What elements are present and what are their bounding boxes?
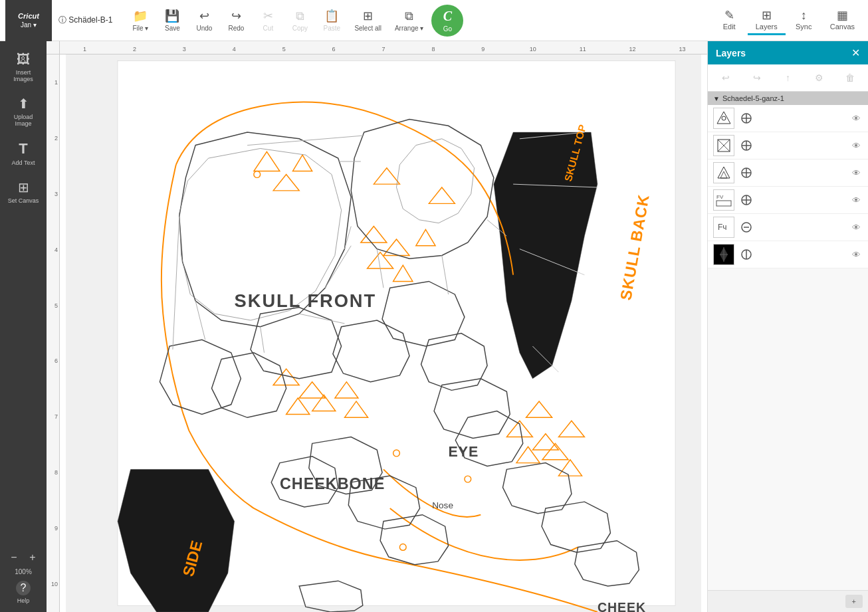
canvas-button[interactable]: ▦ Canvas bbox=[822, 5, 863, 35]
zoom-out-button[interactable]: − bbox=[6, 550, 22, 565]
panel-add-button[interactable]: + bbox=[845, 595, 863, 608]
layer-thumb-4: FV bbox=[713, 189, 734, 211]
redo-button[interactable]: ↪ Redo bbox=[221, 6, 251, 35]
ruler-h-13: 13 bbox=[657, 46, 707, 52]
ruler-h-2: 2 bbox=[110, 46, 160, 52]
ruler-v-6: 6 bbox=[54, 334, 58, 389]
layer-item-5[interactable]: Fч 👁 bbox=[708, 214, 868, 241]
go-icon: C bbox=[443, 9, 452, 24]
copy-button[interactable]: ⧉ Copy bbox=[285, 7, 314, 35]
layer-group-header[interactable]: ▼ Schaedel-5-ganz-1 bbox=[708, 92, 868, 105]
layer-visibility-2[interactable]: 👁 bbox=[849, 139, 863, 152]
cut-button[interactable]: ✂ Cut bbox=[253, 6, 282, 35]
sync-button[interactable]: ↕ Sync bbox=[786, 6, 822, 35]
add-text-label: Add Text bbox=[12, 159, 35, 166]
help-label: Help bbox=[17, 597, 30, 604]
ruler-v-4: 4 bbox=[54, 222, 58, 278]
ruler-v-10: 10 bbox=[51, 556, 58, 612]
group-name: Schaedel-5-ganz-1 bbox=[722, 94, 784, 102]
svg-marker-74 bbox=[717, 112, 730, 124]
help-icon: ? bbox=[16, 581, 31, 595]
layer-item-2[interactable]: 👁 bbox=[708, 132, 868, 159]
svg-text:Nose: Nose bbox=[432, 500, 453, 510]
toolbar-actions: 📁 File ▾ 💾 Save ↩ Undo ↪ Redo ✂ Cut ⧉ Co… bbox=[126, 5, 710, 37]
ruler-h-4: 4 bbox=[209, 46, 259, 52]
sync-icon: ↕ bbox=[801, 9, 807, 23]
ruler-corner bbox=[47, 41, 60, 54]
sidebar-item-insert-images[interactable]: 🖼 Insert Images bbox=[3, 47, 43, 88]
arrange-icon: ⧉ bbox=[405, 9, 413, 23]
layer-item-6[interactable]: 👁 bbox=[708, 241, 868, 268]
user-button[interactable]: Jan ▾ bbox=[21, 21, 37, 29]
sidebar-item-add-text[interactable]: T Add Text bbox=[3, 135, 43, 171]
help-button[interactable]: ? Help bbox=[3, 578, 43, 607]
layer-visibility-3[interactable]: 👁 bbox=[849, 166, 863, 179]
panel-redo-button[interactable]: ↪ bbox=[748, 68, 766, 87]
ruler-h-9: 9 bbox=[458, 46, 508, 52]
toolbar-right: ✎ Edit ⊞ Layers ↕ Sync ▦ Canvas bbox=[711, 5, 863, 35]
save-icon: 💾 bbox=[165, 9, 179, 23]
arrange-button[interactable]: ⧉ Arrange ▾ bbox=[389, 7, 429, 35]
select-all-icon: ⊞ bbox=[363, 9, 373, 23]
svg-text:Fч: Fч bbox=[718, 223, 727, 232]
svg-text:FV: FV bbox=[716, 194, 724, 200]
save-button[interactable]: 💾 Save bbox=[158, 6, 187, 35]
layers-icon: ⊞ bbox=[762, 8, 772, 23]
panel-delete-button[interactable]: 🗑 bbox=[841, 68, 859, 87]
layer-thumb-2 bbox=[713, 135, 734, 156]
layer-type-icon-6 bbox=[738, 247, 754, 262]
layer-visibility-6[interactable]: 👁 bbox=[849, 248, 863, 261]
ruler-h-8: 8 bbox=[408, 46, 458, 52]
layer-type-icon-1 bbox=[738, 110, 754, 126]
brand-area: Cricut Jan ▾ bbox=[5, 0, 52, 41]
svg-rect-91 bbox=[716, 201, 731, 206]
edit-label: Edit bbox=[723, 23, 736, 31]
panel-footer: + bbox=[708, 590, 868, 612]
edit-button[interactable]: ✎ Edit bbox=[711, 5, 748, 35]
svg-point-75 bbox=[722, 116, 726, 120]
undo-button[interactable]: ↩ Undo bbox=[189, 6, 219, 35]
ruler-h-1: 1 bbox=[60, 46, 110, 52]
save-label: Save bbox=[165, 25, 180, 32]
svg-marker-86 bbox=[720, 171, 727, 178]
panel-undo-button[interactable]: ↩ bbox=[716, 68, 735, 87]
ruler-v-9: 9 bbox=[54, 500, 58, 556]
panel-settings-button[interactable]: ⚙ bbox=[810, 68, 828, 87]
sidebar-item-set-canvas[interactable]: ⊞ Set Canvas bbox=[3, 174, 43, 209]
panel-move-up-button[interactable]: ↑ bbox=[778, 68, 797, 87]
layer-visibility-5[interactable]: 👁 bbox=[849, 221, 863, 234]
go-button[interactable]: C Go bbox=[431, 5, 463, 37]
paste-label: Paste bbox=[324, 25, 341, 32]
design-canvas[interactable]: SKULL FRONT SKULL BACK SKULL TOP CHEEKBO… bbox=[60, 54, 707, 612]
layer-item-3[interactable]: 👁 bbox=[708, 159, 868, 187]
panel-close-button[interactable]: ✕ bbox=[851, 47, 860, 59]
svg-text:CHEEKBONE: CHEEKBONE bbox=[280, 475, 385, 492]
layer-thumb-3 bbox=[713, 162, 734, 183]
upload-image-label: Upload Image bbox=[6, 114, 41, 127]
set-canvas-label: Set Canvas bbox=[8, 197, 39, 204]
insert-images-icon: 🖼 bbox=[17, 52, 30, 67]
ruler-v-marks: 1 2 3 4 5 6 7 8 9 10 bbox=[47, 54, 59, 612]
ruler-v-8: 8 bbox=[54, 445, 58, 500]
group-arrow-icon: ▼ bbox=[713, 95, 720, 102]
redo-icon: ↪ bbox=[231, 9, 241, 23]
file-button[interactable]: 📁 File ▾ bbox=[126, 6, 155, 35]
layer-item-1[interactable]: 👁 bbox=[708, 105, 868, 132]
select-all-button[interactable]: ⊞ Select all bbox=[349, 6, 387, 35]
file-name: ⓘ Schädel-B-1 bbox=[58, 15, 112, 26]
go-label: Go bbox=[443, 25, 452, 33]
layers-button[interactable]: ⊞ Layers bbox=[748, 5, 786, 35]
ruler-v-1: 1 bbox=[54, 54, 58, 110]
ruler-h-12: 12 bbox=[607, 46, 657, 52]
layer-visibility-4[interactable]: 👁 bbox=[849, 193, 863, 207]
left-sidebar: 🖼 Insert Images ⬆ Upload Image T Add Tex… bbox=[0, 41, 47, 612]
layer-item-4[interactable]: FV 👁 bbox=[708, 187, 868, 214]
copy-label: Copy bbox=[292, 25, 308, 32]
layer-visibility-1[interactable]: 👁 bbox=[849, 112, 863, 125]
layer-thumb-6 bbox=[713, 244, 734, 265]
sidebar-item-upload-image[interactable]: ⬆ Upload Image bbox=[3, 90, 43, 132]
zoom-in-button[interactable]: + bbox=[25, 550, 41, 565]
canvas-icon: ▦ bbox=[837, 8, 848, 23]
paste-button[interactable]: 📋 Paste bbox=[317, 6, 346, 35]
ruler-v-3: 3 bbox=[54, 166, 58, 222]
